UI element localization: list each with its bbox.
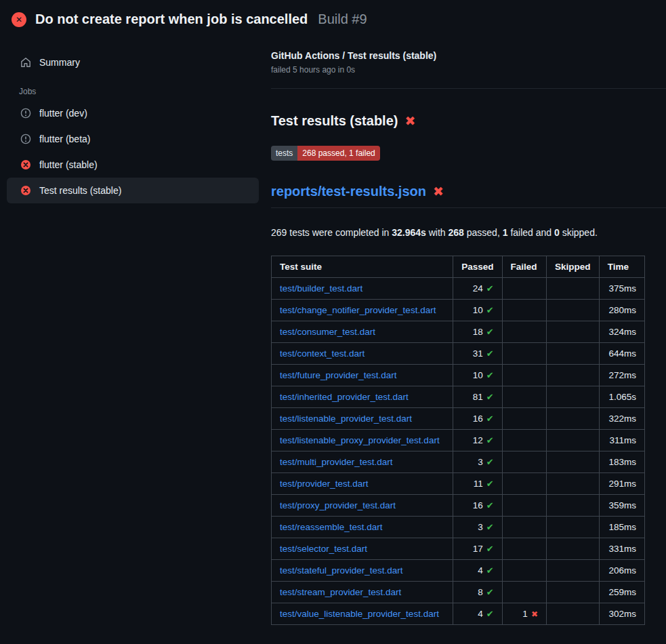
skipped-cell bbox=[546, 582, 599, 603]
summary-skipped-count: 0 bbox=[554, 227, 560, 238]
skipped-cell bbox=[546, 300, 599, 321]
sidebar-item-flutter-stable[interactable]: flutter (stable) bbox=[7, 152, 259, 178]
failed-cell bbox=[502, 386, 546, 408]
failed-cell bbox=[502, 495, 546, 517]
test-suite-link[interactable]: test/context_test.dart bbox=[280, 348, 365, 359]
table-row: test/listenable_provider_test.dart16✔322… bbox=[272, 408, 645, 430]
test-suite-link[interactable]: test/builder_test.dart bbox=[280, 283, 362, 294]
summary-duration: 32.964s bbox=[392, 227, 426, 238]
report-file-link[interactable]: reports/test-results.json bbox=[271, 184, 426, 199]
test-suite-link[interactable]: test/value_listenable_provider_test.dart bbox=[280, 609, 439, 619]
suite-cell: test/inherited_provider_test.dart bbox=[272, 386, 453, 408]
summary-text: skipped. bbox=[560, 227, 598, 238]
passed-cell: 8✔ bbox=[453, 582, 502, 603]
skipped-cell bbox=[546, 473, 599, 495]
summary-passed-count: 268 bbox=[449, 227, 464, 238]
check-icon: ✔ bbox=[486, 435, 494, 445]
test-suite-link[interactable]: test/inherited_provider_test.dart bbox=[280, 392, 409, 402]
sidebar-item-test-results-stable[interactable]: Test results (stable) bbox=[7, 178, 259, 203]
x-circle-fill-icon bbox=[20, 185, 31, 196]
failed-cell bbox=[502, 278, 546, 300]
fail-x-icon: ✖ bbox=[404, 115, 415, 127]
sidebar-item-summary[interactable]: Summary bbox=[7, 50, 259, 75]
test-suite-link[interactable]: test/stateful_provider_test.dart bbox=[280, 565, 403, 576]
test-suite-link[interactable]: test/stream_provider_test.dart bbox=[280, 587, 401, 597]
passed-cell: 3✔ bbox=[453, 517, 502, 538]
failed-cell bbox=[502, 321, 546, 343]
table-row: test/provider_test.dart11✔291ms bbox=[272, 473, 645, 495]
suite-cell: test/stateful_provider_test.dart bbox=[272, 560, 453, 582]
suite-cell: test/proxy_provider_test.dart bbox=[272, 495, 453, 517]
skipped-cell bbox=[546, 408, 599, 430]
passed-cell: 16✔ bbox=[453, 495, 502, 517]
badge-value: 268 passed, 1 failed bbox=[297, 146, 379, 161]
time-cell: 322ms bbox=[599, 408, 644, 430]
test-suite-link[interactable]: test/change_notifier_provider_test.dart bbox=[280, 305, 436, 315]
skipped-cell bbox=[546, 538, 599, 560]
failed-cell: 1✖ bbox=[502, 603, 546, 625]
test-suite-link[interactable]: test/listenable_provider_test.dart bbox=[280, 414, 412, 424]
failed-cell bbox=[502, 430, 546, 451]
skipped-cell bbox=[546, 386, 599, 408]
report-heading: reports/test-results.json ✖ bbox=[271, 184, 666, 208]
home-icon bbox=[20, 57, 31, 68]
test-suite-link[interactable]: test/provider_test.dart bbox=[280, 479, 369, 489]
section-heading: Test results (stable) ✖ bbox=[271, 113, 666, 129]
sidebar-item-flutter-dev[interactable]: flutter (dev) bbox=[7, 100, 259, 126]
test-suite-link[interactable]: test/proxy_provider_test.dart bbox=[280, 500, 396, 510]
time-cell: 185ms bbox=[599, 517, 644, 538]
run-header: ✕ Do not create report when job is cance… bbox=[0, 0, 666, 34]
sidebar-item-flutter-beta[interactable]: flutter (beta) bbox=[7, 126, 259, 152]
time-cell: 1.065s bbox=[599, 386, 644, 408]
skipped-cell bbox=[546, 495, 599, 517]
test-suite-link[interactable]: test/listenable_proxy_provider_test.dart bbox=[280, 435, 440, 445]
jobs-heading: Jobs bbox=[19, 87, 259, 96]
suite-cell: test/selector_test.dart bbox=[272, 538, 453, 560]
skipped-cell bbox=[546, 321, 599, 343]
divider bbox=[271, 88, 666, 89]
skipped-cell bbox=[546, 430, 599, 451]
test-suite-link[interactable]: test/selector_test.dart bbox=[280, 544, 367, 554]
passed-cell: 11✔ bbox=[453, 473, 502, 495]
time-cell: 311ms bbox=[599, 430, 644, 451]
build-number: Build #9 bbox=[318, 12, 367, 27]
table-header-row: Test suite Passed Failed Skipped Time bbox=[272, 256, 645, 278]
check-icon: ✔ bbox=[486, 348, 494, 359]
time-cell: 302ms bbox=[599, 603, 644, 625]
passed-cell: 31✔ bbox=[453, 343, 502, 365]
failed-cell bbox=[502, 408, 546, 430]
time-cell: 291ms bbox=[599, 473, 644, 495]
sidebar-item-label: flutter (stable) bbox=[39, 159, 98, 170]
table-row: test/reassemble_test.dart3✔185ms bbox=[272, 517, 645, 538]
failed-cell bbox=[502, 365, 546, 386]
test-suite-link[interactable]: test/reassemble_test.dart bbox=[280, 522, 383, 532]
test-suite-link[interactable]: test/future_provider_test.dart bbox=[280, 370, 397, 380]
suite-cell: test/listenable_proxy_provider_test.dart bbox=[272, 430, 453, 451]
table-row: test/builder_test.dart24✔375ms bbox=[272, 278, 645, 300]
x-icon: ✖ bbox=[531, 609, 538, 619]
col-header-failed: Failed bbox=[502, 256, 546, 278]
check-icon: ✔ bbox=[486, 479, 494, 489]
test-suite-link[interactable]: test/consumer_test.dart bbox=[280, 327, 375, 337]
table-row: test/consumer_test.dart18✔324ms bbox=[272, 321, 645, 343]
table-row: test/value_listenable_provider_test.dart… bbox=[272, 603, 645, 625]
passed-cell: 4✔ bbox=[453, 560, 502, 582]
passed-cell: 3✔ bbox=[453, 451, 502, 473]
suite-cell: test/builder_test.dart bbox=[272, 278, 453, 300]
alert-circle-icon bbox=[20, 134, 31, 144]
badge-label: tests bbox=[271, 146, 297, 161]
sidebar-item-label: Test results (stable) bbox=[39, 185, 121, 196]
time-cell: 206ms bbox=[599, 560, 644, 582]
failed-cell bbox=[502, 451, 546, 473]
test-suite-link[interactable]: test/multi_provider_test.dart bbox=[280, 457, 393, 467]
summary-text: failed and bbox=[508, 227, 555, 238]
check-icon: ✔ bbox=[486, 327, 494, 337]
summary-text: with bbox=[426, 227, 449, 238]
sidebar-summary-label: Summary bbox=[39, 57, 80, 68]
suite-cell: test/provider_test.dart bbox=[272, 473, 453, 495]
passed-cell: 10✔ bbox=[453, 365, 502, 386]
summary-text: 269 tests were completed in bbox=[271, 227, 392, 238]
suite-cell: test/future_provider_test.dart bbox=[272, 365, 453, 386]
sidebar-item-label: flutter (dev) bbox=[39, 108, 87, 119]
check-icon: ✔ bbox=[486, 305, 494, 315]
